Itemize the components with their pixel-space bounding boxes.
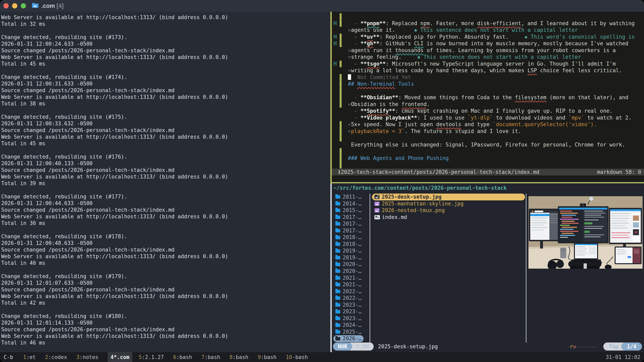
code-segment: of times. Learning by osmosis from your … <box>424 47 616 53</box>
editor-line-text: «Obsidian is the frontend. <box>348 101 430 108</box>
editor-line[interactable]: «playbackRate = 3`. The future is stupid… <box>332 128 644 135</box>
editor-line[interactable]: «strange feeling. ▪ This sentence does n… <box>332 54 644 60</box>
file-list-column: 2025-desk-setup.jpg2025-manhattan-skylin… <box>372 194 525 221</box>
parent-directory-item[interactable]: 2015-… <box>333 207 368 214</box>
parent-directory-item[interactable]: 2017-… <box>333 214 368 221</box>
tmux-pane-border[interactable] <box>330 183 332 352</box>
parent-directory-item[interactable]: 2023-… <box>333 315 368 322</box>
parent-directory-item[interactable]: 2026-… <box>333 335 368 342</box>
parent-directory-item[interactable]: 2014-… <box>333 200 368 207</box>
editor-line[interactable]: «Obsidian is the frontend. <box>332 101 644 108</box>
parent-directory-item[interactable]: 2021-… <box>333 275 368 282</box>
code-segment: ** <box>360 94 367 100</box>
selected-file-name: 2025-desk-setup.jpg <box>378 344 438 350</box>
parent-directory-item[interactable]: 2020-… <box>333 268 368 275</box>
editor-line[interactable]: H - **gh**: GitHub's CLI is now burned i… <box>332 40 644 47</box>
editor-line[interactable] <box>332 87 644 94</box>
editor-line[interactable]: Everything else is unchanged: Signal, 1P… <box>332 141 644 148</box>
fullscreen-button[interactable] <box>21 3 26 8</box>
editor-line[interactable]: «5x+ speed. Now I just open devtools and… <box>332 121 644 128</box>
parent-directory-item[interactable]: 2023-… <box>333 302 368 309</box>
minimize-button[interactable] <box>12 3 17 8</box>
tmux-pane-border-active[interactable] <box>330 12 332 182</box>
editor-line[interactable]: ### Web Agents and Phone Pushing <box>332 155 644 162</box>
editor-line[interactable]: - **Obsidian**: Moved some things from C… <box>332 94 644 101</box>
code-segment: `document.querySelector('video'). <box>493 121 597 127</box>
parent-directory-item[interactable]: 2024-… <box>333 322 368 329</box>
log-line <box>1 147 330 154</box>
permission-segment: r <box>570 344 573 350</box>
parent-directory-item[interactable]: 2018-… <box>333 234 368 241</box>
code-segment: , and I learned about it by watching <box>521 20 635 26</box>
tmux-window-tab[interactable]: 10-bash <box>286 352 308 362</box>
tmux-window-tab[interactable]: 9:bash <box>258 352 276 362</box>
editor-line[interactable]: H - **uv**: Replaced pip for Python. Abs… <box>332 34 644 40</box>
editor-line[interactable]: - **Video playback**: I used to use `yt-… <box>332 114 644 121</box>
parent-directory-item[interactable]: 2021-… <box>333 281 368 288</box>
folder-name: 2017-… <box>343 227 362 234</box>
editor-line[interactable] <box>332 13 644 20</box>
editor-line[interactable]: «agents run it thousands of times. Learn… <box>332 47 644 54</box>
editor-line[interactable]: ## Non-Terminal Tools <box>332 81 644 87</box>
parent-directory-item[interactable]: 2023-… <box>333 308 368 315</box>
code-segment: « <box>348 67 351 73</box>
code-segment: ** <box>392 94 398 100</box>
parent-directory-item[interactable]: 2018-… <box>333 241 368 248</box>
titlebar: .com [4] <box>0 0 644 12</box>
parent-directory-item[interactable]: 2022-… <box>333 295 368 302</box>
code-segment: Video playback <box>367 115 411 121</box>
hugo-server-log-pane[interactable]: Web Server is available at http://localh… <box>0 12 330 352</box>
code-segment: uv <box>367 34 373 40</box>
tmux-window-name: *.com <box>114 354 129 360</box>
parent-directory-item[interactable]: 2019-… <box>333 248 368 254</box>
editor-line[interactable]: «writing a lot less code by hand these d… <box>332 67 644 74</box>
tmux-window-tab[interactable]: 3:notes <box>76 352 98 362</box>
folder-icon <box>336 202 340 205</box>
editor-line[interactable] <box>332 135 644 141</box>
tmux-window-tab[interactable]: 5:2.1.27 <box>139 352 164 362</box>
parent-directory-item[interactable]: 2025-… <box>333 329 368 336</box>
tmux-window-tab[interactable]: 7:bash <box>201 352 220 362</box>
code-segment <box>348 108 354 114</box>
tmux-window-tab[interactable]: 1:et <box>23 352 36 362</box>
file-list-item[interactable]: 2026-nested-tmux.png <box>372 207 525 214</box>
log-line: Total in 30 ms <box>1 220 330 227</box>
file-list-item[interactable]: 2025-manhattan-skyline.jpg <box>372 200 525 207</box>
file-list-item[interactable]: 2025-desk-setup.jpg <box>372 194 525 200</box>
parent-directory-label: 2011-… <box>333 194 364 200</box>
parent-directory-item[interactable]: 2022-… <box>333 288 368 295</box>
parent-directory-item[interactable]: 2019-… <box>333 254 368 261</box>
editor-line[interactable]: - **Spotify**: cmus kept crashing on Mac… <box>332 108 644 114</box>
log-line: Total in 32 ms <box>1 21 330 27</box>
tmux-window-tab[interactable]: 8:bash <box>230 352 248 362</box>
file-list-item[interactable]: M↓index.md <box>372 214 525 221</box>
yazi-file-manager-pane[interactable]: ~/src/fortes.com/content/posts/2026-pers… <box>332 183 644 352</box>
git-diff-gutter <box>340 54 342 60</box>
parent-directory-item[interactable]: 2017-… <box>333 221 368 227</box>
tmux-window-tab-active[interactable]: 4*.com <box>108 352 132 362</box>
editor-line[interactable]: «agents use it. ▪ This sentence does not… <box>332 27 644 34</box>
parent-directory-item[interactable]: 2020-… <box>333 261 368 268</box>
tmux-window-tab[interactable]: 6:bash <box>173 352 192 362</box>
tmux-window-tab[interactable]: 2:codex <box>45 352 67 362</box>
folder-icon <box>336 276 340 280</box>
log-line: Web Server is available at http://localh… <box>1 54 330 60</box>
editor-line[interactable] <box>332 162 644 168</box>
parent-directory-item[interactable]: 2017-… <box>333 227 368 234</box>
editor-line[interactable] <box>332 148 644 155</box>
editor-line[interactable]: H - **tsgo**: Microsoft's new TypeScript… <box>332 60 644 67</box>
file-name: index.md <box>382 214 407 221</box>
code-segment: Spotify <box>367 108 389 114</box>
code-segment: Obsidian is the <box>351 101 402 107</box>
folder-name: 2022-… <box>343 288 362 295</box>
code-segment: - <box>354 61 360 67</box>
editor-line[interactable]: H - **pnpm**: Replaced npm. Faster, more… <box>332 20 644 27</box>
editor-line[interactable]: Not Committed Yet <box>332 74 644 81</box>
helix-editor-pane[interactable]: H - **pnpm**: Replaced npm. Faster, more… <box>332 12 644 182</box>
code-segment: pnpm <box>367 20 380 26</box>
parent-directory-label: 2018-… <box>333 234 364 241</box>
parent-directory-item[interactable]: 2011-… <box>333 194 368 200</box>
tmux-window-number: 6 <box>173 354 176 360</box>
diagnostic-hint-gutter <box>332 101 340 108</box>
close-button[interactable] <box>4 3 9 8</box>
